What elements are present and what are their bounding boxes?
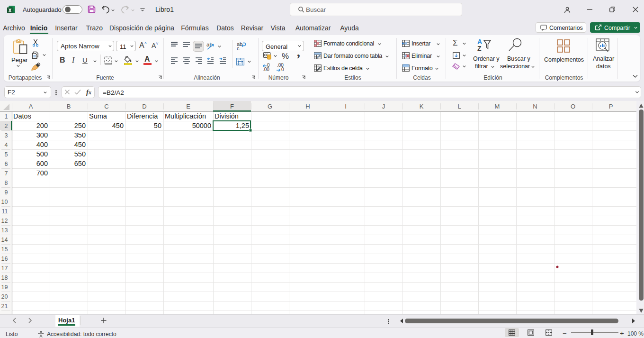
svg-text:50: 50 bbox=[154, 122, 161, 129]
svg-text:21: 21 bbox=[1, 303, 8, 310]
svg-text:4: 4 bbox=[5, 142, 8, 148]
svg-text:L: L bbox=[457, 103, 461, 110]
svg-text:D: D bbox=[142, 103, 146, 110]
svg-text:Datos: Datos bbox=[13, 112, 31, 120]
svg-text:18: 18 bbox=[1, 274, 8, 281]
svg-text:250: 250 bbox=[74, 122, 86, 129]
svg-text:500: 500 bbox=[36, 150, 48, 158]
svg-text:16: 16 bbox=[1, 256, 8, 262]
svg-text:13: 13 bbox=[1, 227, 8, 234]
svg-text:15: 15 bbox=[1, 246, 8, 253]
svg-text:5: 5 bbox=[5, 151, 8, 158]
svg-text:1: 1 bbox=[5, 113, 8, 120]
svg-text:c: c bbox=[237, 46, 240, 50]
svg-text:1,25: 1,25 bbox=[236, 122, 249, 129]
svg-text:11: 11 bbox=[2, 208, 8, 215]
svg-text:K: K bbox=[420, 103, 424, 110]
svg-text:G: G bbox=[268, 103, 272, 110]
svg-text:550: 550 bbox=[74, 150, 86, 158]
svg-text:3: 3 bbox=[5, 132, 8, 139]
svg-text:J: J bbox=[382, 103, 385, 110]
svg-text:6: 6 bbox=[5, 161, 8, 167]
svg-text:300: 300 bbox=[36, 131, 48, 139]
svg-text:N: N bbox=[533, 103, 537, 110]
svg-text:Multiplicación: Multiplicación bbox=[165, 112, 206, 120]
svg-text:Diferencia: Diferencia bbox=[127, 112, 158, 120]
svg-text:F: F bbox=[230, 103, 234, 110]
svg-text:Suma: Suma bbox=[89, 112, 107, 120]
svg-text:B: B bbox=[67, 103, 71, 110]
svg-text:O: O bbox=[571, 103, 575, 110]
svg-text:200: 200 bbox=[36, 122, 48, 129]
svg-text:Z: Z bbox=[477, 45, 482, 52]
svg-text:I: I bbox=[345, 103, 347, 110]
svg-text:400: 400 bbox=[36, 141, 48, 148]
svg-text:20: 20 bbox=[1, 293, 8, 300]
svg-text:A: A bbox=[29, 103, 33, 110]
svg-text:50000: 50000 bbox=[192, 122, 211, 129]
svg-text:M: M bbox=[495, 103, 500, 110]
svg-text:P: P bbox=[609, 103, 613, 110]
svg-text:17: 17 bbox=[1, 265, 8, 272]
svg-text:10: 10 bbox=[1, 199, 8, 205]
svg-text:14: 14 bbox=[1, 237, 8, 243]
svg-text:H: H bbox=[305, 103, 310, 110]
svg-text:600: 600 bbox=[36, 160, 48, 167]
svg-text:E: E bbox=[186, 103, 190, 110]
svg-text:350: 350 bbox=[74, 131, 86, 139]
svg-text:8: 8 bbox=[5, 180, 8, 186]
svg-text:19: 19 bbox=[1, 284, 8, 291]
svg-text:C: C bbox=[104, 103, 108, 110]
svg-text:División: División bbox=[215, 112, 239, 120]
svg-text:450: 450 bbox=[74, 141, 86, 148]
svg-text:450: 450 bbox=[112, 122, 124, 129]
svg-text:12: 12 bbox=[1, 218, 8, 224]
svg-text:650: 650 bbox=[74, 160, 86, 167]
svg-text:7: 7 bbox=[5, 170, 8, 177]
svg-text:700: 700 bbox=[36, 169, 48, 177]
svg-text:2: 2 bbox=[5, 123, 8, 129]
svg-text:9: 9 bbox=[5, 189, 8, 196]
